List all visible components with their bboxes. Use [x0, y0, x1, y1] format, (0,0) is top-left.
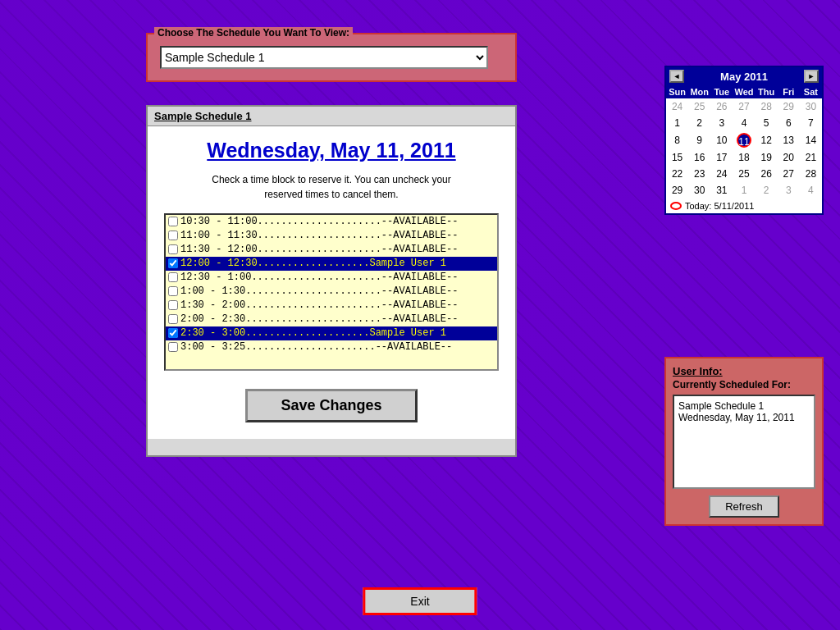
time-slot-label: 12:00 - 12:30...................Sample U…: [180, 258, 446, 269]
calendar-day-cell[interactable]: 4: [800, 182, 822, 199]
cal-day-header: Wed: [733, 85, 755, 98]
calendar-day-cell[interactable]: 26: [756, 166, 778, 182]
time-slot-checkbox[interactable]: [168, 244, 178, 254]
time-slot-item: 3:00 - 3:25......................--AVAIL…: [166, 340, 497, 354]
calendar-day-cell[interactable]: 30: [688, 182, 710, 199]
cal-next-button[interactable]: ►: [804, 70, 819, 83]
cal-day-header: Tue: [710, 85, 733, 98]
calendar-day-cell[interactable]: 2: [688, 115, 710, 131]
user-info-schedule: Sample Schedule 1: [678, 400, 764, 412]
time-slot-label: 10:30 - 11:00.....................--AVAI…: [180, 216, 458, 227]
calendar-day-cell[interactable]: 2: [756, 182, 778, 199]
time-slots-list: 10:30 - 11:00.....................--AVAI…: [164, 213, 499, 371]
refresh-button[interactable]: Refresh: [709, 495, 779, 518]
user-info-subtitle: Currently Scheduled For:: [673, 379, 815, 390]
calendar-day-cell[interactable]: 7: [800, 115, 822, 131]
main-panel-titlebar: Sample Schedule 1: [148, 107, 515, 126]
calendar-panel: ◄ May 2011 ► SunMonTueWedThuFriSat 24252…: [664, 66, 824, 215]
calendar-day-cell[interactable]: 23: [688, 166, 710, 182]
calendar-day-cell[interactable]: 29: [778, 98, 800, 115]
time-slot-checkbox[interactable]: [168, 328, 178, 338]
user-info-content-box: Sample Schedule 1 Wednesday, May 11, 201…: [673, 395, 815, 489]
time-slot-item: 11:00 - 11:30.....................--AVAI…: [166, 229, 497, 243]
calendar-header: ◄ May 2011 ►: [666, 67, 822, 85]
calendar-day-cell[interactable]: 27: [778, 166, 800, 182]
today-oval-icon: [670, 202, 682, 210]
chooser-frame-title: Choose The Schedule You Want To View:: [154, 27, 353, 39]
calendar-day-cell[interactable]: 15: [666, 149, 688, 166]
time-slot-checkbox[interactable]: [168, 231, 178, 240]
time-slot-item: 10:30 - 11:00.....................--AVAI…: [166, 215, 497, 229]
calendar-day-cell[interactable]: 20: [778, 149, 800, 166]
cal-day-header: Sat: [800, 85, 822, 98]
calendar-day-cell[interactable]: 16: [688, 149, 710, 166]
calendar-day-cell[interactable]: 13: [778, 131, 800, 149]
calendar-day-cell[interactable]: 22: [666, 166, 688, 182]
calendar-day-cell[interactable]: 24: [666, 98, 688, 115]
calendar-day-cell[interactable]: 3: [778, 182, 800, 199]
calendar-day-cell[interactable]: 3: [710, 115, 733, 131]
calendar-week-row: 891011121314: [666, 131, 822, 149]
calendar-week-row: 24252627282930: [666, 98, 822, 115]
time-slot-label: 2:00 - 2:30.......................--AVAI…: [180, 313, 458, 325]
calendar-day-cell[interactable]: 17: [710, 149, 733, 166]
exit-button[interactable]: Exit: [363, 587, 477, 615]
schedule-select[interactable]: Sample Schedule 1: [160, 46, 488, 69]
calendar-day-cell[interactable]: 14: [800, 131, 822, 149]
schedule-date-heading: Wednesday, May 11, 2011: [164, 139, 499, 162]
time-slot-checkbox[interactable]: [168, 286, 178, 296]
user-info-date: Wednesday, May 11, 2011: [678, 412, 795, 423]
time-slot-checkbox[interactable]: [168, 217, 178, 226]
time-slot-label: 1:30 - 2:00.......................--AVAI…: [180, 299, 458, 311]
cal-day-header: Sun: [666, 85, 688, 98]
time-slot-checkbox[interactable]: [168, 314, 178, 324]
calendar-week-row: 22232425262728: [666, 166, 822, 182]
user-info-panel: User Info: Currently Scheduled For: Samp…: [664, 357, 824, 526]
calendar-day-cell[interactable]: 11: [733, 131, 755, 149]
cal-day-header: Fri: [778, 85, 800, 98]
calendar-day-cell[interactable]: 28: [756, 98, 778, 115]
time-slot-label: 1:00 - 1:30.......................--AVAI…: [180, 285, 458, 297]
calendar-day-cell[interactable]: 6: [778, 115, 800, 131]
calendar-day-cell[interactable]: 10: [710, 131, 733, 149]
calendar-day-cell[interactable]: 19: [756, 149, 778, 166]
main-schedule-panel: Sample Schedule 1 Wednesday, May 11, 201…: [146, 105, 517, 457]
time-slot-label: 11:00 - 11:30.....................--AVAI…: [180, 230, 458, 241]
calendar-day-cell[interactable]: 27: [733, 98, 755, 115]
calendar-day-cell[interactable]: 31: [710, 182, 733, 199]
calendar-days-header: SunMonTueWedThuFriSat: [666, 85, 822, 98]
calendar-day-cell[interactable]: 1: [666, 115, 688, 131]
time-slot-checkbox[interactable]: [168, 300, 178, 310]
calendar-day-cell[interactable]: 28: [800, 166, 822, 182]
calendar-day-cell[interactable]: 26: [710, 98, 733, 115]
calendar-day-cell[interactable]: 9: [688, 131, 710, 149]
time-slot-item: 12:00 - 12:30...................Sample U…: [166, 257, 497, 271]
time-slot-item: 12:30 - 1:00......................--AVAI…: [166, 271, 497, 285]
calendar-day-cell[interactable]: 29: [666, 182, 688, 199]
calendar-day-cell[interactable]: 4: [733, 115, 755, 131]
time-slot-checkbox[interactable]: [168, 272, 178, 282]
time-slot-label: 2:30 - 3:00.....................Sample U…: [180, 327, 446, 339]
calendar-day-cell[interactable]: 1: [733, 182, 755, 199]
cal-prev-button[interactable]: ◄: [669, 70, 684, 83]
time-slot-checkbox[interactable]: [168, 342, 178, 352]
calendar-day-cell[interactable]: 25: [733, 166, 755, 182]
calendar-day-cell[interactable]: 18: [733, 149, 755, 166]
calendar-day-cell[interactable]: 5: [756, 115, 778, 131]
cal-month-year: May 2011: [720, 71, 768, 83]
calendar-day-cell[interactable]: 12: [756, 131, 778, 149]
calendar-day-cell[interactable]: 30: [800, 98, 822, 115]
calendar-day-cell[interactable]: 21: [800, 149, 822, 166]
time-slot-label: 12:30 - 1:00......................--AVAI…: [180, 272, 458, 283]
time-slot-item: 2:00 - 2:30.......................--AVAI…: [166, 313, 497, 326]
calendar-day-cell[interactable]: 8: [666, 131, 688, 149]
user-info-title: User Info:: [673, 365, 815, 377]
time-slot-item: 2:30 - 3:00.....................Sample U…: [166, 326, 497, 340]
today-label: Today: 5/11/2011: [666, 199, 822, 213]
today-circle: 11: [737, 133, 751, 148]
save-changes-button[interactable]: Save Changes: [245, 389, 417, 422]
calendar-day-cell[interactable]: 24: [710, 166, 733, 182]
cal-day-header: Thu: [756, 85, 778, 98]
time-slot-checkbox[interactable]: [168, 258, 178, 268]
calendar-day-cell[interactable]: 25: [688, 98, 710, 115]
